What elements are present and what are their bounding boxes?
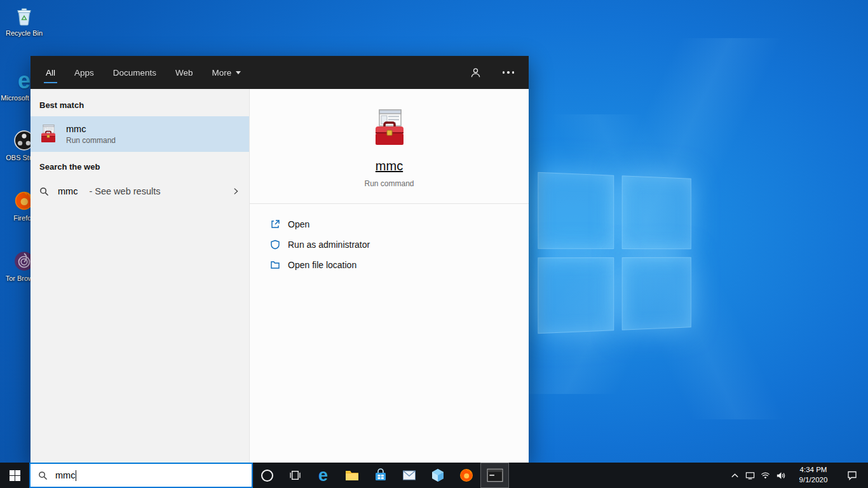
task-view-icon (289, 470, 301, 480)
search-tabs-header: All Apps Documents Web More (31, 56, 529, 89)
action-open[interactable]: Open (250, 214, 529, 234)
search-the-web-header: Search the web (31, 157, 249, 178)
taskbar-app-active-window[interactable] (480, 463, 509, 488)
taskbar-app-file-explorer[interactable] (337, 463, 366, 488)
tab-more[interactable]: More (212, 56, 241, 89)
desktop-icon-label: Recycle Bin (0, 29, 48, 38)
tray-display-button[interactable] (742, 463, 757, 488)
chevron-up-icon (730, 471, 740, 480)
cortana-button[interactable] (253, 463, 281, 488)
desktop-icon-recycle-bin[interactable]: Recycle Bin (0, 5, 48, 38)
open-icon (270, 219, 280, 229)
folder-icon (270, 260, 280, 270)
search-results-column: Best match mmc Run command Search the we… (31, 89, 249, 463)
system-tray: 4:34 PM 9/1/2020 (727, 463, 868, 488)
action-open-file-location[interactable]: Open file location (250, 255, 529, 275)
web-search-result[interactable]: mmc - See web results (31, 178, 249, 205)
network-icon (761, 471, 770, 480)
tab-web[interactable]: Web (175, 56, 193, 89)
best-match-header: Best match (31, 95, 249, 116)
firefox-icon (459, 468, 474, 483)
tray-network-button[interactable] (757, 463, 773, 488)
search-results-body: Best match mmc Run command Search the we… (31, 89, 529, 463)
web-search-query: mmc (58, 186, 78, 196)
windows-logo (538, 172, 691, 334)
text-caret (76, 470, 76, 481)
clock-time: 4:34 PM (788, 465, 839, 475)
tab-apps[interactable]: Apps (74, 56, 94, 89)
volume-icon (776, 471, 785, 480)
taskbar-app-edge[interactable]: e (309, 463, 337, 488)
preview-actions: Open Run as administrator Open file loca… (250, 204, 529, 285)
action-center-icon (847, 470, 857, 480)
taskbar-app-mail[interactable] (395, 463, 423, 488)
cube-icon (430, 468, 445, 483)
web-search-suffix: - See web results (89, 186, 160, 196)
action-label: Open (288, 219, 309, 229)
windows-logo-pane (538, 172, 613, 249)
preview-subtitle: Run command (364, 179, 414, 188)
windows-logo-pane (621, 257, 691, 330)
preview-header: mmc Run command (250, 89, 529, 204)
user-icon (470, 67, 482, 79)
chevron-down-icon (236, 71, 241, 74)
taskbar-app-store[interactable] (366, 463, 395, 488)
start-button[interactable] (0, 463, 29, 488)
windows-logo-pane (538, 257, 613, 334)
action-run-as-administrator[interactable]: Run as administrator (250, 234, 529, 255)
edge-icon: e (318, 467, 328, 484)
best-match-result-mmc[interactable]: mmc Run command (31, 116, 249, 152)
tab-documents[interactable]: Documents (113, 56, 156, 89)
chevron-right-icon[interactable] (231, 187, 240, 196)
action-center-button[interactable] (839, 463, 865, 488)
search-header-buttons (468, 56, 516, 89)
shield-icon (270, 240, 280, 250)
best-match-title: mmc (66, 124, 116, 134)
mmc-toolbox-icon (38, 124, 58, 144)
taskbar-app-3d-viewer[interactable] (423, 463, 452, 488)
monitor-icon (745, 471, 755, 480)
sign-in-button[interactable] (468, 65, 483, 80)
file-explorer-icon (344, 468, 360, 483)
taskbar-app-firefox[interactable] (452, 463, 480, 488)
store-icon (373, 468, 388, 483)
tray-volume-button[interactable] (773, 463, 788, 488)
tray-show-hidden-icons-button[interactable] (727, 463, 742, 488)
dark-window-icon (487, 468, 503, 482)
search-flyout: All Apps Documents Web More Best match m… (31, 56, 529, 463)
search-input-value: mmc (55, 470, 76, 481)
more-options-button[interactable] (501, 65, 516, 80)
taskbar: mmc e 4:34 PM 9/1/2020 (0, 463, 868, 488)
mail-icon (402, 468, 417, 483)
tab-all[interactable]: All (46, 56, 55, 89)
taskbar-clock[interactable]: 4:34 PM 9/1/2020 (788, 465, 839, 485)
search-icon (38, 471, 48, 480)
mmc-toolbox-icon (369, 108, 410, 149)
taskbar-search-input[interactable]: mmc (29, 463, 253, 488)
windows-start-icon (10, 470, 20, 481)
clock-date: 9/1/2020 (788, 475, 839, 485)
ellipsis-icon (503, 71, 515, 74)
action-label: Run as administrator (288, 240, 370, 250)
preview-title-link[interactable]: mmc (376, 159, 403, 173)
task-view-button[interactable] (281, 463, 309, 488)
search-icon (39, 187, 49, 196)
windows-logo-pane (621, 175, 691, 248)
cortana-icon (261, 470, 273, 482)
search-tabs: All Apps Documents Web More (46, 56, 241, 89)
best-match-text: mmc Run command (66, 124, 116, 145)
best-match-subtitle: Run command (66, 136, 116, 145)
action-label: Open file location (288, 260, 356, 270)
recycle-bin-icon (13, 5, 35, 27)
result-preview-column: mmc Run command Open Run as administrato… (249, 89, 529, 463)
